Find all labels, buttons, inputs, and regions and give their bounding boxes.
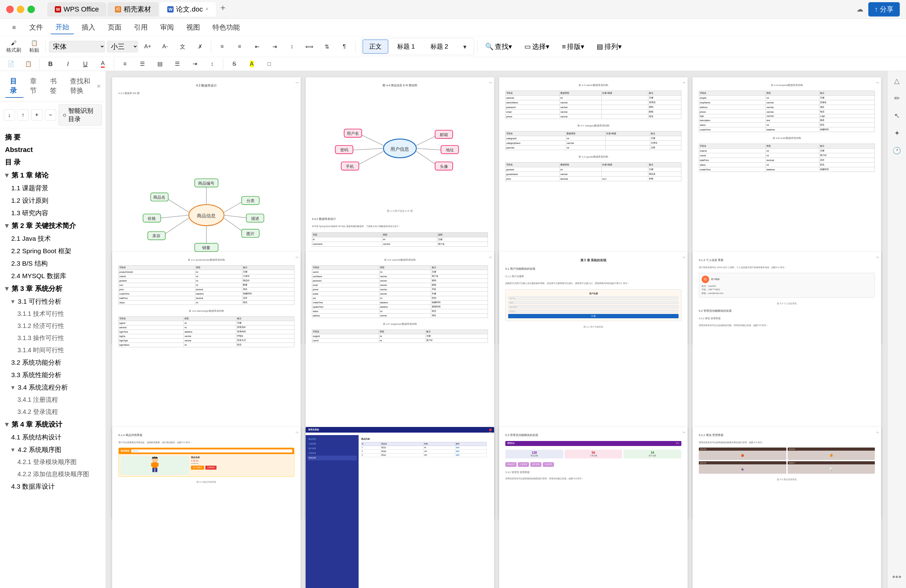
toc-item[interactable]: 2.2 Spring Boot 框架 [0, 245, 105, 257]
toc-item[interactable]: 4.1 系统结构设计 [0, 431, 105, 443]
underline-btn[interactable]: U [78, 59, 93, 69]
font-grow-btn[interactable]: A+ [140, 41, 155, 52]
menu-view[interactable]: 视图 [181, 21, 205, 34]
toc-item[interactable]: 4.2.1 登录模块顺序图 [0, 456, 105, 468]
toc-item[interactable]: 3.4.1 注册流程 [0, 394, 105, 406]
toc-item[interactable]: ▾3.4 系统流程分析 [0, 381, 105, 394]
sidebar-tab-toc[interactable]: 目录 [5, 75, 24, 98]
page-thumb-10[interactable]: 管理员系统 商品管理 订单管理 用户管理 分类管理 系统设置 [306, 427, 494, 588]
format-brush-btn[interactable]: 🖌 格式刷 [3, 38, 24, 56]
clear-format-btn[interactable]: ✗ [192, 41, 208, 52]
font-family-select[interactable]: 宋体 [49, 41, 105, 52]
typeset-btn[interactable]: ≡ 排版▾ [557, 40, 589, 53]
style-more-btn[interactable]: ▾ [457, 41, 473, 52]
menu-insert[interactable]: 插入 [77, 21, 100, 34]
menu-page[interactable]: 页面 [103, 21, 126, 34]
toc-item[interactable]: 2.1 Java 技术 [0, 232, 105, 245]
copy-btn[interactable]: 📄 [3, 59, 19, 69]
paste-btn[interactable]: 📋 粘贴 [26, 38, 42, 56]
toc-item[interactable]: ▾3.1 可行性分析 [0, 295, 105, 308]
indent-increase-btn[interactable]: ⇥ [267, 41, 282, 52]
paste2-btn[interactable]: 📋 [21, 59, 36, 69]
toc-item[interactable]: 3.2 系统功能分析 [0, 356, 105, 369]
toc-item[interactable]: 3.1.1 技术可行性 [0, 308, 105, 320]
right-cursor-btn[interactable]: ↖ [891, 110, 903, 122]
justify-btn[interactable]: ☰ [169, 59, 185, 69]
nav-add-btn[interactable]: + [31, 109, 42, 121]
document-area[interactable]: 4.3 数据库设计 4.3.1 数据库 ER 图 商品信息 [106, 71, 887, 588]
toc-item[interactable]: ▾4.2 系统顺序图 [0, 443, 105, 456]
sidebar-tab-bookmark[interactable]: 书签 [45, 75, 64, 98]
tab-doc[interactable]: W 论文.doc × [160, 2, 216, 16]
spacing-btn[interactable]: ↕ [204, 59, 220, 69]
toc-item[interactable]: 摘 要 [0, 131, 105, 144]
find-btn[interactable]: 🔍 查找▾ [481, 40, 516, 53]
para-mark-btn[interactable]: ¶ [337, 41, 352, 52]
list-unordered-btn[interactable]: ≡ [214, 41, 230, 52]
tab-straw[interactable]: 稻 稻壳素材 [107, 2, 159, 16]
border-btn[interactable]: □ [262, 59, 277, 69]
toc-item[interactable]: 2.3 B/S 结构 [0, 257, 105, 270]
cloud-btn[interactable]: ☁ [857, 5, 863, 13]
style-heading2-btn[interactable]: 标题 2 [424, 40, 455, 54]
toc-item[interactable]: 1.3 研究内容 [0, 207, 105, 219]
fontcolor-btn[interactable]: A [95, 58, 111, 69]
toc-item[interactable]: 3.1.2 经济可行性 [0, 320, 105, 332]
tab-wps-office[interactable]: W WPS Office [47, 2, 106, 16]
transform-btn[interactable]: 文 [175, 41, 190, 52]
right-more-btn[interactable]: ••• [892, 572, 901, 582]
list-ordered-btn[interactable]: ≡ [232, 41, 247, 52]
arrange-btn[interactable]: ▤ 排列▾ [592, 40, 626, 53]
right-magic-btn[interactable]: ✦ [891, 127, 903, 140]
tab-doc-close[interactable]: × [205, 6, 209, 13]
menu-file[interactable]: 文件 [24, 21, 48, 34]
sort-text-btn[interactable]: ⇅ [319, 41, 335, 52]
bold-btn[interactable]: B [43, 59, 58, 69]
close-window-btn[interactable] [6, 6, 14, 13]
indent-btn[interactable]: ⇥ [187, 59, 203, 69]
toc-item[interactable]: ▾第 4 章 系统设计 [0, 418, 105, 431]
select-btn[interactable]: ▭ 选择▾ [520, 40, 553, 53]
menu-special[interactable]: 特色功能 [207, 21, 245, 34]
nav-remove-btn[interactable]: − [45, 109, 56, 121]
toc-item[interactable]: 4.2.2 添加信息模块顺序图 [0, 468, 105, 480]
toc-item[interactable]: 3.4.2 登录流程 [0, 406, 105, 418]
page-thumb-9[interactable]: 5.1.4 商品详情界面 用户可以查看商品详情信息，选择购买数量，进行商品购买，… [112, 427, 301, 588]
toc-item[interactable]: 3.3 系统性能分析 [0, 369, 105, 381]
toc-item[interactable]: 4.3 数据库设计 [0, 480, 105, 493]
toc-item[interactable]: Abstract [0, 144, 105, 156]
toc-item[interactable]: ▾第 2 章 关键技术简介 [0, 219, 105, 232]
indent-decrease-btn[interactable]: ⇤ [249, 41, 265, 52]
style-normal-btn[interactable]: 正文 [363, 40, 388, 54]
menu-review[interactable]: 审阅 [155, 21, 179, 34]
sidebar-tab-chapter[interactable]: 章节 [25, 75, 44, 98]
share-btn[interactable]: ↑ 分享 [868, 2, 900, 16]
italic-btn[interactable]: I [60, 59, 76, 69]
page-thumb-11[interactable]: 5.3 管理员功能模块的实现 管理后台 退出 128 商品总数 56 订单总数 [499, 427, 687, 588]
strike-btn[interactable]: S [226, 59, 242, 69]
sidebar-close-btn[interactable]: × [97, 82, 100, 90]
hamburger-menu[interactable]: ≡ [6, 22, 22, 33]
right-scroll-up[interactable]: △ [891, 75, 903, 87]
sidebar-tab-find[interactable]: 查找和替换 [65, 75, 97, 98]
toc-item[interactable]: 3.1.4 时间可行性 [0, 344, 105, 356]
right-pencil-btn[interactable]: ✏ [891, 92, 903, 105]
maximize-window-btn[interactable] [27, 6, 35, 13]
toc-item[interactable]: 2.4 MYSQL 数据库 [0, 270, 105, 282]
minimize-window-btn[interactable] [17, 6, 24, 13]
font-shrink-btn[interactable]: A- [157, 41, 173, 52]
line-spacing-btn[interactable]: ↕ [284, 41, 300, 52]
menu-reference[interactable]: 引用 [129, 21, 153, 34]
menu-home[interactable]: 开始 [51, 21, 74, 34]
font-size-select[interactable]: 小三 [107, 41, 138, 52]
right-history-btn[interactable]: 🕐 [891, 145, 903, 157]
toc-item[interactable]: 3.1.3 操作可行性 [0, 332, 105, 344]
toc-item[interactable]: 1.1 课题背景 [0, 182, 105, 194]
right-align-btn[interactable]: ▤ [152, 59, 167, 69]
text-dir-btn[interactable]: ⟺ [301, 41, 317, 52]
para-align-btn[interactable]: ≡ [117, 59, 133, 69]
center-align-btn[interactable]: ☰ [135, 59, 150, 69]
right-scroll-down[interactable]: ▽ [891, 587, 903, 588]
toc-item[interactable]: ▾第 3 章 系统分析 [0, 282, 105, 295]
nav-down-btn[interactable]: ↓ [4, 109, 15, 121]
